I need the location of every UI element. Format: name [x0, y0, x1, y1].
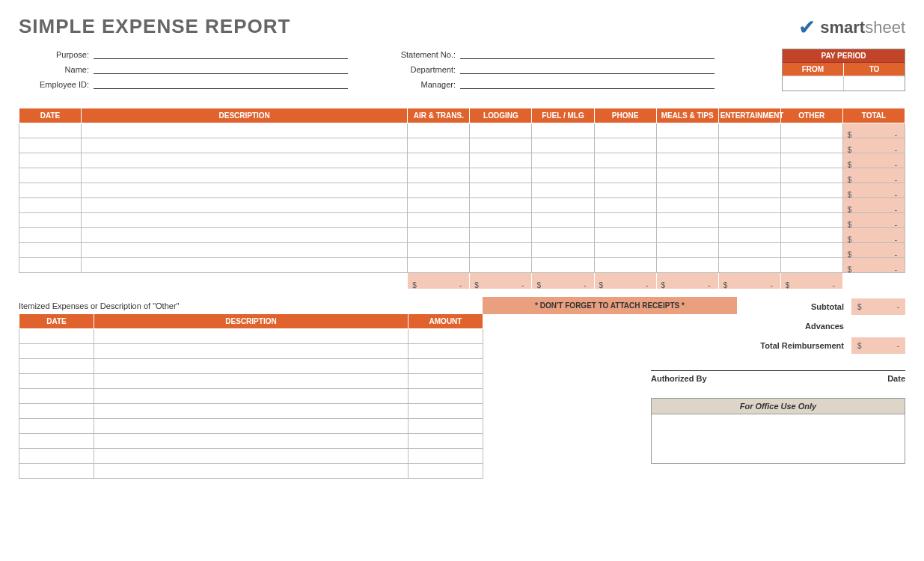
cell-input[interactable]: [594, 123, 656, 138]
cell-input[interactable]: [718, 243, 780, 258]
cell-input[interactable]: [780, 228, 842, 243]
cell-input[interactable]: [656, 228, 718, 243]
itemized-cell[interactable]: [94, 359, 409, 374]
cell-input[interactable]: [718, 258, 780, 273]
cell-input[interactable]: [656, 138, 718, 153]
name-input[interactable]: [94, 64, 348, 74]
cell-input[interactable]: [408, 138, 470, 153]
itemized-cell[interactable]: [409, 449, 483, 464]
department-input[interactable]: [460, 64, 715, 74]
cell-input[interactable]: [408, 168, 470, 183]
cell-input[interactable]: [82, 213, 408, 228]
itemized-cell[interactable]: [94, 449, 409, 464]
cell-input[interactable]: [408, 198, 470, 213]
purpose-input[interactable]: [94, 49, 348, 59]
cell-input[interactable]: [470, 258, 532, 273]
itemized-cell[interactable]: [409, 404, 483, 419]
cell-input[interactable]: [532, 198, 594, 213]
cell-input[interactable]: [656, 153, 718, 168]
statement-no-input[interactable]: [460, 49, 715, 59]
itemized-cell[interactable]: [94, 419, 409, 434]
cell-input[interactable]: [82, 258, 408, 273]
cell-input[interactable]: [780, 183, 842, 198]
itemized-cell[interactable]: [409, 329, 483, 344]
itemized-cell[interactable]: [19, 344, 94, 359]
cell-input[interactable]: [780, 138, 842, 153]
itemized-cell[interactable]: [409, 419, 483, 434]
itemized-cell[interactable]: [409, 389, 483, 404]
itemized-cell[interactable]: [19, 464, 94, 479]
office-use-body[interactable]: [652, 414, 905, 463]
cell-input[interactable]: [594, 168, 656, 183]
itemized-cell[interactable]: [409, 344, 483, 359]
cell-input[interactable]: [19, 183, 82, 198]
cell-input[interactable]: [470, 153, 532, 168]
cell-input[interactable]: [408, 258, 470, 273]
cell-input[interactable]: [82, 168, 408, 183]
cell-input[interactable]: [470, 138, 532, 153]
cell-input[interactable]: [19, 213, 82, 228]
itemized-cell[interactable]: [94, 344, 409, 359]
cell-input[interactable]: [594, 183, 656, 198]
cell-input[interactable]: [718, 228, 780, 243]
cell-input[interactable]: [718, 213, 780, 228]
itemized-cell[interactable]: [409, 434, 483, 449]
cell-input[interactable]: [656, 168, 718, 183]
itemized-cell[interactable]: [19, 434, 94, 449]
cell-input[interactable]: [470, 123, 532, 138]
cell-input[interactable]: [594, 243, 656, 258]
itemized-cell[interactable]: [94, 374, 409, 389]
itemized-cell[interactable]: [19, 329, 94, 344]
cell-input[interactable]: [594, 213, 656, 228]
cell-input[interactable]: [19, 138, 82, 153]
cell-input[interactable]: [408, 213, 470, 228]
cell-input[interactable]: [470, 228, 532, 243]
cell-input[interactable]: [82, 138, 408, 153]
cell-input[interactable]: [718, 198, 780, 213]
cell-input[interactable]: [780, 123, 842, 138]
cell-input[interactable]: [82, 153, 408, 168]
cell-input[interactable]: [780, 153, 842, 168]
cell-input[interactable]: [19, 243, 82, 258]
cell-input[interactable]: [19, 228, 82, 243]
cell-input[interactable]: [656, 123, 718, 138]
cell-input[interactable]: [718, 183, 780, 198]
cell-input[interactable]: [656, 213, 718, 228]
cell-input[interactable]: [656, 183, 718, 198]
itemized-cell[interactable]: [19, 359, 94, 374]
cell-input[interactable]: [532, 183, 594, 198]
itemized-cell[interactable]: [19, 449, 94, 464]
cell-input[interactable]: [718, 153, 780, 168]
cell-input[interactable]: [82, 228, 408, 243]
cell-input[interactable]: [594, 258, 656, 273]
cell-input[interactable]: [19, 168, 82, 183]
itemized-cell[interactable]: [94, 464, 409, 479]
cell-input[interactable]: [594, 198, 656, 213]
employee-id-input[interactable]: [94, 79, 348, 89]
itemized-cell[interactable]: [409, 464, 483, 479]
manager-input[interactable]: [460, 79, 715, 89]
cell-input[interactable]: [656, 258, 718, 273]
cell-input[interactable]: [780, 258, 842, 273]
cell-input[interactable]: [470, 198, 532, 213]
cell-input[interactable]: [594, 153, 656, 168]
cell-input[interactable]: [408, 123, 470, 138]
cell-input[interactable]: [532, 258, 594, 273]
itemized-cell[interactable]: [409, 374, 483, 389]
cell-input[interactable]: [594, 228, 656, 243]
cell-input[interactable]: [19, 123, 82, 138]
itemized-cell[interactable]: [19, 404, 94, 419]
cell-input[interactable]: [532, 228, 594, 243]
pay-period-to-input[interactable]: [844, 76, 905, 91]
cell-input[interactable]: [470, 168, 532, 183]
cell-input[interactable]: [408, 228, 470, 243]
cell-input[interactable]: [470, 213, 532, 228]
advances-value[interactable]: [851, 318, 905, 334]
cell-input[interactable]: [656, 243, 718, 258]
itemized-cell[interactable]: [19, 374, 94, 389]
cell-input[interactable]: [19, 198, 82, 213]
cell-input[interactable]: [532, 243, 594, 258]
itemized-cell[interactable]: [94, 434, 409, 449]
cell-input[interactable]: [82, 243, 408, 258]
cell-input[interactable]: [532, 168, 594, 183]
